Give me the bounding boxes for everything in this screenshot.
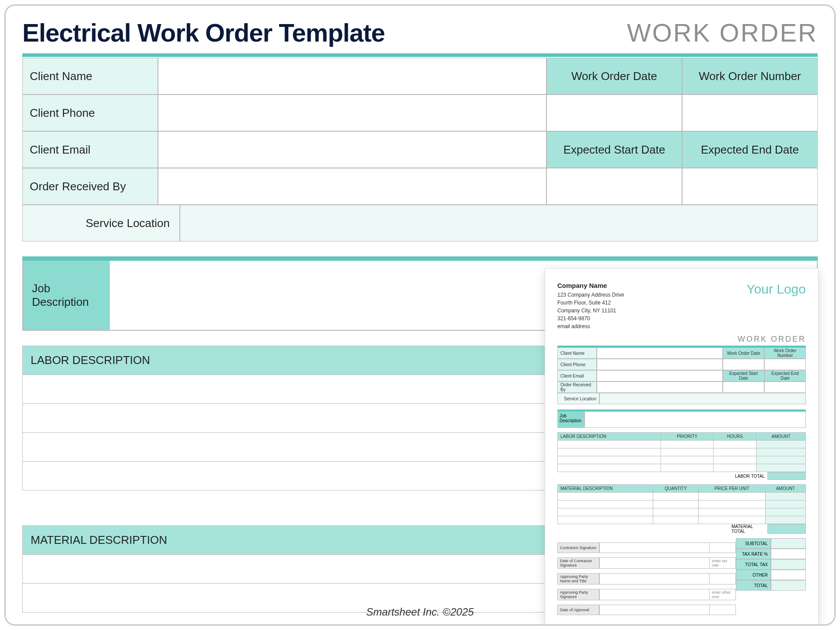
work-order-number-input[interactable] (682, 94, 818, 131)
pv-svc-label: Service Location (557, 393, 599, 404)
order-received-label: Order Received By (22, 168, 158, 205)
service-location-label: Service Location (22, 205, 180, 242)
service-location-input[interactable] (180, 205, 818, 242)
pv-heading: WORK ORDER (557, 335, 806, 344)
pv-address2: Fourth Floor, Suite 412 (557, 299, 624, 307)
work-order-heading: WORK ORDER (627, 18, 818, 47)
pv-eed-label: Expected End Date (764, 370, 806, 382)
page-title: Electrical Work Order Template (22, 18, 385, 47)
expected-start-input[interactable] (546, 168, 682, 205)
work-order-number-label: Work Order Number (682, 58, 818, 94)
expected-end-input[interactable] (682, 168, 818, 205)
pv-job-label: Job Description (557, 411, 584, 428)
pv-esd-label: Expected Start Date (723, 370, 764, 382)
client-phone-label: Client Phone (22, 94, 158, 131)
expected-start-label: Expected Start Date (546, 131, 682, 168)
accent-bar (22, 53, 818, 57)
service-location-row: Service Location (22, 205, 818, 242)
job-description-label: Job Description (22, 261, 110, 331)
header-row: Electrical Work Order Template WORK ORDE… (22, 18, 818, 47)
pv-wod-label: Work Order Date (723, 347, 764, 359)
client-info-grid: Client Name Work Order Date Work Order N… (22, 58, 818, 205)
client-name-label: Client Name (22, 58, 158, 94)
preview-thumbnail: Company Name 123 Company Address Drive F… (545, 268, 819, 626)
client-email-label: Client Email (22, 131, 158, 168)
pv-email: email address (557, 322, 624, 330)
client-name-input[interactable] (158, 58, 546, 94)
pv-company-name: Company Name (557, 282, 624, 289)
pv-material-table: MATERIAL DESCRIPTIONQUANTITYPRICE PER UN… (557, 484, 806, 524)
expected-end-label: Expected End Date (682, 131, 818, 168)
order-received-input[interactable] (158, 168, 546, 205)
job-accent-bar (22, 256, 818, 261)
pv-client-email-label: Client Email (557, 370, 597, 382)
pv-phone: 321-654-9870 (557, 315, 624, 322)
client-phone-input[interactable] (158, 94, 546, 131)
pv-orb-label: Order Received By (557, 382, 597, 393)
pv-address3: Company City, NY 11101 (557, 307, 624, 315)
pv-logo: Your Logo (746, 282, 806, 297)
pv-labor-table: LABOR DESCRIPTIONPRIORITYHOURSAMOUNT (557, 432, 806, 472)
pv-client-phone-label: Client Phone (557, 359, 597, 370)
pv-address1: 123 Company Address Drive (557, 291, 624, 299)
work-order-date-input[interactable] (546, 94, 682, 131)
document-frame: Electrical Work Order Template WORK ORDE… (4, 4, 836, 626)
work-order-date-label: Work Order Date (546, 58, 682, 94)
pv-client-name-label: Client Name (557, 347, 597, 359)
client-email-input[interactable] (158, 131, 546, 168)
pv-won-label: Work Order Number (764, 347, 806, 359)
